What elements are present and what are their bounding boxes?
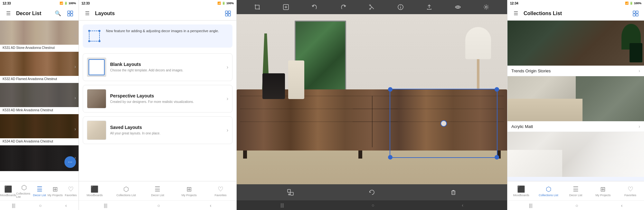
decor-item-name: K531 AD Stone Arvadonna Chestnut [0,45,79,51]
nav4-favorites[interactable]: ♡ Favorites [617,185,644,197]
chat-bubble[interactable]: ··· [64,156,76,168]
canvas-sys-nav: ||| ○ ‹ [237,200,507,210]
perspective-layouts-card[interactable]: Perspective Layouts Created by our desig… [83,85,232,113]
nav2-collections[interactable]: ⬡ Collections List [110,185,142,197]
canvas-sys-back[interactable]: ‹ [462,203,463,208]
canvas-sys-home[interactable]: ○ [372,203,374,208]
collection-acrylic-matt[interactable]: Acrylic Matt › [507,76,644,132]
menu-icon-2[interactable]: ☰ [83,9,92,18]
sys-back-2[interactable]: ‹ [210,203,212,208]
view-toggle-icon-4[interactable] [631,9,640,18]
nav2-decor[interactable]: ☰ Decor List [142,185,174,197]
canvas-panel: ||| ○ ‹ [237,0,507,210]
list-item[interactable]: › K533 AD Mink Arvadonna Chestnut [0,83,79,114]
sys-menu-2[interactable]: ||| [104,203,107,208]
system-nav-4: ||| ○ ‹ [507,200,644,210]
canvas-sys-menu[interactable]: ||| [280,203,284,208]
svg-rect-5 [228,11,231,13]
nav4-moodboards[interactable]: ⬛ Moodboards [507,185,535,197]
menu-icon-4[interactable]: ☰ [511,9,520,18]
scissors-icon[interactable] [367,2,377,12]
svg-rect-30 [633,11,635,13]
sys-back-icon[interactable]: ‹ [65,203,67,208]
feature-text: New feature for adding & adjusting decor… [106,28,219,34]
nav-collections[interactable]: ⬡ Collections List [16,184,32,198]
svg-rect-2 [68,14,70,16]
decor-item-name: K534 AD Dark Arvadonna Chestnut [0,138,79,145]
nav2-favorites[interactable]: ♡ Favorites [205,185,236,197]
svg-point-11 [88,40,90,42]
add-icon[interactable] [281,2,291,12]
upload-icon[interactable] [424,2,434,12]
svg-rect-27 [452,191,455,195]
canvas-bottom-bar [237,184,507,200]
perspective-layout-arrow: › [227,96,228,102]
search-icon[interactable]: 🔍 [53,9,62,18]
eye-icon[interactable] [453,2,463,12]
handle-br[interactable] [495,155,499,160]
handle-tr[interactable] [495,87,499,92]
nav4-projects[interactable]: ⊞ My Projects [589,185,617,197]
replace-icon[interactable] [285,187,296,197]
settings-icon[interactable] [481,2,491,12]
view-toggle-icon-2[interactable] [223,9,232,18]
acrylic-matt-label: Acrylic Matt [511,124,533,129]
saved-layouts-card[interactable]: Saved Layouts All your great layouts. In… [83,116,232,144]
undo-icon[interactable] [309,2,320,12]
sys-home-icon[interactable]: ○ [39,203,42,208]
sys-menu-4[interactable]: ||| [529,203,533,208]
svg-rect-0 [68,11,70,13]
sys-menu-icon[interactable]: ||| [12,203,15,208]
status-bar-4: 12:34 📶 🔋 100% [507,0,644,6]
svg-rect-1 [71,11,73,13]
vase-light [288,60,304,99]
canvas-selection [390,89,497,158]
nav2-moodboards[interactable]: ⬛ Moodboards [79,185,110,197]
perspective-layout-thumb [87,89,106,108]
nav-projects[interactable]: ⊞ My Projects [47,185,63,197]
delete-icon[interactable] [448,187,459,197]
trends-thumbnail [507,21,644,66]
blank-layout-info: Blank Layouts Choose the right template.… [110,62,223,73]
handle-tl[interactable] [388,87,393,92]
collection-acrylic-gloss[interactable]: Acrylic Gloss › [507,132,644,181]
collections-list-panel: 12:34 📶 🔋 100% ☰ Collections List [507,0,644,210]
svg-point-24 [485,6,487,8]
svg-rect-8 [89,31,99,41]
nav-favorites[interactable]: ♡ Favorites [63,185,79,197]
layouts-panel: 12:33 📶 🔋 100% ☰ Layouts [79,0,237,210]
nav4-collections[interactable]: ⬡ Collections List [535,185,562,197]
status-time-4: 12:34 [510,2,518,5]
saved-layout-thumb [87,121,106,140]
nav-decor-list[interactable]: ☰ Decor List [32,185,47,197]
menu-icon[interactable]: ☰ [4,9,13,18]
acrylic-gloss-label: Acrylic Gloss [511,181,535,181]
list-item[interactable]: › K534 AD Dark Arvadonna Chestnut [0,114,79,145]
info-icon[interactable] [395,2,406,12]
trends-label: Trends Origin Stories [511,68,551,73]
sys-home-4[interactable]: ○ [575,203,578,208]
sys-back-4[interactable]: ‹ [621,203,623,208]
status-bar-1: 12:33 📶 🔋 100% [0,0,79,6]
nav-moodboards[interactable]: ⬛ Moodboards [0,185,16,197]
bottom-nav-1: ⬛ Moodboards ⬡ Collections List ☰ Decor … [0,181,79,200]
view-toggle-icon[interactable] [66,9,75,18]
handle-bl[interactable] [388,155,393,160]
blank-layout-arrow: › [227,64,228,70]
nav4-decor[interactable]: ☰ Decor List [562,185,590,197]
sys-home-2[interactable]: ○ [157,203,160,208]
redo-icon[interactable] [338,2,348,12]
svg-point-10 [99,30,100,32]
collection-trends[interactable]: Trends Origin Stories › [507,21,644,76]
perspective-layout-desc: Created by our designers. For more reali… [110,100,223,104]
center-handle[interactable] [440,120,447,127]
blank-layouts-card[interactable]: Blank Layouts Choose the right template.… [83,53,232,81]
svg-line-17 [370,7,372,9]
nav2-projects[interactable]: ⊞ My Projects [173,185,205,197]
list-item[interactable]: › K531 AD Stone Arvadonna Chestnut [0,21,79,52]
saved-layout-title: Saved Layouts [110,125,223,130]
crop-icon[interactable] [252,2,262,12]
list-item[interactable]: › ··· [0,145,79,171]
rotate-icon[interactable] [367,187,377,197]
list-item[interactable]: › K532 AD Flamed Arvadonna Chestnut [0,52,79,83]
